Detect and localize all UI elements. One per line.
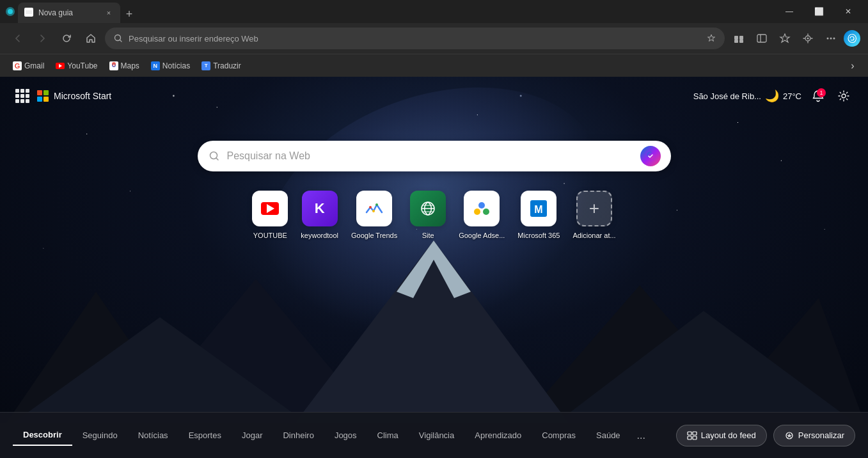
close-button[interactable]: ✕ <box>833 1 863 22</box>
svg-point-1 <box>8 9 13 14</box>
title-bar: Nova guia × + — ⬜ ✕ <box>0 0 868 23</box>
bookmark-youtube[interactable]: YouTube <box>51 59 102 73</box>
microsoft-start-logo[interactable]: Microsoft Start <box>37 90 111 102</box>
tab-jogos[interactable]: Jogos <box>324 425 367 445</box>
tab-jogar[interactable]: Jogar <box>232 425 273 445</box>
quick-link-youtube[interactable]: YOUTUBE <box>252 191 288 239</box>
quick-link-gads-label: Google Adse... <box>459 232 505 239</box>
favorites-button[interactable] <box>775 28 795 49</box>
gear-icon <box>837 90 850 102</box>
settings-button[interactable] <box>835 87 853 105</box>
extensions-button[interactable] <box>729 28 749 49</box>
forward-button[interactable] <box>32 28 52 49</box>
browser-app-icon <box>5 6 15 17</box>
bookmarks-more-button[interactable]: › <box>845 58 860 74</box>
grid-dot <box>20 99 24 103</box>
m365-icon: M <box>521 191 556 226</box>
bookmark-youtube-label: YouTube <box>67 61 97 70</box>
tab-compras[interactable]: Compras <box>532 425 586 445</box>
svg-point-16 <box>827 38 829 40</box>
new-tab-top-bar: Microsoft Start São José de Rib... 🌙 27°… <box>0 77 868 115</box>
quick-link-gtrends[interactable]: Google Trends <box>351 191 397 239</box>
minimize-button[interactable]: — <box>775 1 804 22</box>
collections-button[interactable] <box>798 28 818 49</box>
new-tab-right-area: São José de Rib... 🌙 27°C 1 <box>693 87 853 105</box>
tab-close-button[interactable]: × <box>104 8 114 18</box>
ms-square-red <box>37 90 42 95</box>
svg-point-33 <box>372 210 375 212</box>
bookmark-news-label: Notícias <box>162 61 190 70</box>
personalize-label: Personalizar <box>798 430 844 440</box>
tab-descobrir[interactable]: Descobrir <box>13 425 72 446</box>
edge-profile-button[interactable] <box>844 30 860 47</box>
temperature-text: 27°C <box>783 91 801 101</box>
navigation-bar <box>0 23 868 54</box>
refresh-button[interactable] <box>56 28 77 49</box>
more-tabs-button[interactable]: ... <box>631 425 652 446</box>
grid-icon-button[interactable] <box>15 89 29 103</box>
svg-point-41 <box>478 202 485 209</box>
active-tab[interactable]: Nova guia × <box>18 3 120 23</box>
weather-icon: 🌙 <box>765 89 779 103</box>
tab-noticias[interactable]: Notícias <box>128 425 178 445</box>
bookmark-maps[interactable]: Maps <box>104 59 145 73</box>
personalize-button[interactable]: Personalizar <box>773 425 855 446</box>
add-shortcut-icon: + <box>576 191 612 226</box>
bookmark-news[interactable]: N Notícias <box>146 59 195 73</box>
svg-rect-5 <box>739 36 743 40</box>
grid-dot <box>15 89 19 93</box>
bookmark-translate[interactable]: T Traduzir <box>196 59 246 73</box>
tab-favicon <box>24 8 35 18</box>
layout-feed-button[interactable]: Layout do feed <box>676 425 767 446</box>
quick-link-gads[interactable]: Google Adse... <box>459 191 505 239</box>
svg-rect-8 <box>757 35 766 42</box>
back-button[interactable] <box>8 28 28 49</box>
ms-start-area: Microsoft Start <box>15 89 111 103</box>
quick-link-site[interactable]: Site <box>410 191 446 239</box>
notification-button[interactable]: 1 <box>809 87 827 105</box>
svg-point-32 <box>369 206 372 209</box>
svg-point-39 <box>474 209 480 215</box>
quick-link-keywordtool[interactable]: K keywordtool <box>301 191 338 239</box>
sidebar-button[interactable] <box>752 28 772 49</box>
address-input[interactable] <box>129 34 701 43</box>
search-section <box>198 141 671 171</box>
layout-icon <box>687 430 697 441</box>
new-tab-button[interactable]: + <box>120 5 138 23</box>
quick-link-m365[interactable]: M Microsoft 365 <box>517 191 560 239</box>
notification-badge: 1 <box>817 88 826 97</box>
star-icon[interactable] <box>706 33 716 43</box>
bookmark-gmail[interactable]: G Gmail <box>8 59 49 73</box>
quick-link-site-label: Site <box>422 232 434 239</box>
bottom-tab-bar: Descobrir Seguindo Notícias Esportes Jog… <box>0 412 868 458</box>
svg-rect-46 <box>688 436 691 439</box>
tab-clima[interactable]: Clima <box>367 425 409 445</box>
gmail-favicon: G <box>13 61 22 70</box>
copilot-icon[interactable] <box>640 146 661 166</box>
svg-point-17 <box>830 38 832 40</box>
more-tools-button[interactable] <box>821 28 841 49</box>
svg-point-20 <box>113 64 114 65</box>
svg-point-34 <box>375 203 378 206</box>
tab-dinheiro[interactable]: Dinheiro <box>272 425 324 445</box>
quick-link-youtube-label: YOUTUBE <box>253 232 287 239</box>
tab-seguindo[interactable]: Seguindo <box>72 425 128 445</box>
maximize-button[interactable]: ⬜ <box>804 1 833 22</box>
weather-info[interactable]: São José de Rib... 🌙 27°C <box>693 89 801 103</box>
search-box[interactable] <box>198 141 671 171</box>
tab-vigilancia[interactable]: Vigilância <box>409 425 464 445</box>
bookmarks-bar: G Gmail YouTube Maps N Notícias T <box>0 54 868 77</box>
tab-esportes[interactable]: Esportes <box>178 425 232 445</box>
grid-dot <box>26 99 29 103</box>
grid-dot <box>15 94 19 98</box>
search-input[interactable] <box>227 150 634 162</box>
quick-link-keywordtool-label: keywordtool <box>301 232 338 239</box>
quick-link-add[interactable]: + Adicionar at... <box>572 191 615 239</box>
news-favicon: N <box>151 61 160 70</box>
tab-saude[interactable]: Saúde <box>586 425 631 445</box>
home-button[interactable] <box>81 28 101 49</box>
keywordtool-icon: K <box>302 191 338 226</box>
search-icon <box>208 150 221 162</box>
address-bar[interactable] <box>105 28 725 49</box>
tab-aprendizado[interactable]: Aprendizado <box>464 425 532 445</box>
